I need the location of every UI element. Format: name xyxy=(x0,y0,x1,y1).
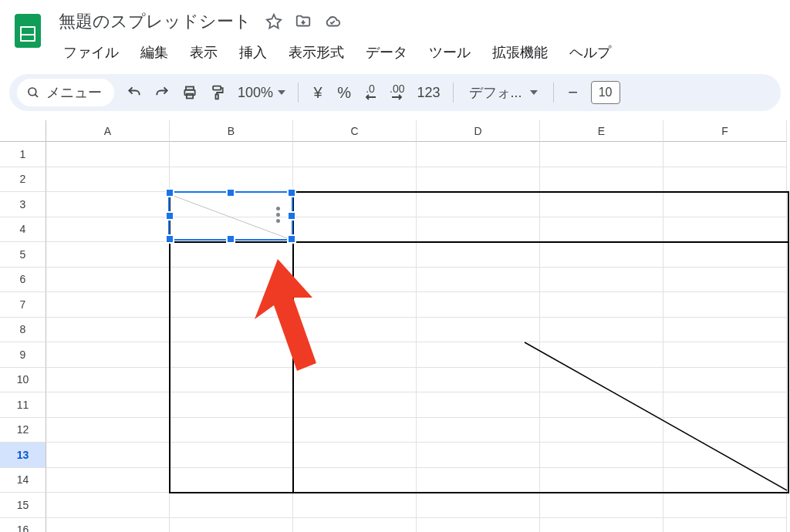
cell[interactable] xyxy=(293,468,417,493)
percent-button[interactable]: % xyxy=(333,79,356,106)
decrease-decimal-button[interactable]: .0 xyxy=(359,79,382,106)
resize-handle-s[interactable] xyxy=(226,234,235,244)
cell[interactable] xyxy=(46,292,170,318)
cell[interactable] xyxy=(293,318,417,343)
cell[interactable] xyxy=(663,368,787,393)
cell[interactable] xyxy=(170,468,293,493)
menu-file[interactable]: ファイル xyxy=(54,39,128,66)
cell[interactable] xyxy=(663,493,787,518)
cell[interactable] xyxy=(417,142,540,167)
spreadsheet-grid[interactable]: A B C D E F 12345678910111213141516 xyxy=(0,120,790,529)
number-format-button[interactable]: 123 xyxy=(413,79,445,106)
selected-drawing[interactable] xyxy=(168,191,293,241)
cell[interactable] xyxy=(46,368,170,393)
cell[interactable] xyxy=(540,268,663,293)
cell[interactable] xyxy=(293,167,417,193)
move-icon[interactable] xyxy=(295,13,312,30)
cell[interactable] xyxy=(663,468,787,493)
cells-area[interactable] xyxy=(46,142,790,532)
menu-extensions[interactable]: 拡張機能 xyxy=(483,39,557,66)
cell[interactable] xyxy=(663,142,787,167)
cell[interactable] xyxy=(540,392,663,418)
cell[interactable] xyxy=(663,242,787,268)
cell[interactable] xyxy=(170,418,293,443)
cell[interactable] xyxy=(293,217,417,243)
cell[interactable] xyxy=(540,318,663,343)
cell[interactable] xyxy=(540,468,663,493)
cell[interactable] xyxy=(170,493,293,518)
cell[interactable] xyxy=(293,392,417,418)
row-header-14[interactable]: 14 xyxy=(0,468,46,493)
cell[interactable] xyxy=(663,192,787,217)
cell[interactable] xyxy=(540,443,663,468)
cell[interactable] xyxy=(417,242,540,268)
row-header-6[interactable]: 6 xyxy=(0,268,46,293)
cell[interactable] xyxy=(46,192,170,217)
row-header-13[interactable]: 13 xyxy=(0,443,46,468)
decrease-font-size-button[interactable]: − xyxy=(562,79,585,106)
increase-decimal-button[interactable]: .00 xyxy=(385,79,409,106)
cell[interactable] xyxy=(540,192,663,217)
cell[interactable] xyxy=(46,318,170,343)
font-dropdown[interactable]: デフォ... xyxy=(461,79,545,106)
cell[interactable] xyxy=(663,518,787,533)
star-icon[interactable] xyxy=(265,13,282,30)
cell[interactable] xyxy=(417,217,540,243)
cell[interactable] xyxy=(293,268,417,293)
cell[interactable] xyxy=(663,268,787,293)
row-header-2[interactable]: 2 xyxy=(0,167,46,193)
cell[interactable] xyxy=(417,167,540,193)
row-header-15[interactable]: 15 xyxy=(0,493,46,518)
row-header-10[interactable]: 10 xyxy=(0,368,46,393)
cell[interactable] xyxy=(540,217,663,243)
cell[interactable] xyxy=(46,443,170,468)
undo-button[interactable] xyxy=(122,79,147,106)
cell[interactable] xyxy=(663,418,787,443)
cell[interactable] xyxy=(540,167,663,193)
menu-data[interactable]: データ xyxy=(356,39,417,66)
row-header-16[interactable]: 16 xyxy=(0,518,46,533)
cell[interactable] xyxy=(46,242,170,268)
resize-handle-sw[interactable] xyxy=(165,234,174,244)
zoom-dropdown[interactable]: 100% xyxy=(233,79,290,106)
paint-format-button[interactable] xyxy=(205,79,230,106)
cell[interactable] xyxy=(293,493,417,518)
cell[interactable] xyxy=(417,518,540,533)
row-header-3[interactable]: 3 xyxy=(0,192,46,217)
menu-edit[interactable]: 編集 xyxy=(131,39,177,66)
cell[interactable] xyxy=(46,268,170,293)
sheets-logo[interactable] xyxy=(12,11,43,51)
row-header-1[interactable]: 1 xyxy=(0,142,46,167)
row-header-11[interactable]: 11 xyxy=(0,392,46,418)
row-header-9[interactable]: 9 xyxy=(0,342,46,368)
cell[interactable] xyxy=(663,217,787,243)
resize-handle-e[interactable] xyxy=(287,211,296,221)
cell[interactable] xyxy=(293,418,417,443)
cell[interactable] xyxy=(417,292,540,318)
cell[interactable] xyxy=(540,142,663,167)
cell[interactable] xyxy=(46,217,170,243)
cell[interactable] xyxy=(46,493,170,518)
row-header-7[interactable]: 7 xyxy=(0,292,46,318)
col-header-D[interactable]: D xyxy=(417,120,540,142)
menu-search-pill[interactable]: メニュー xyxy=(17,79,114,106)
cell[interactable] xyxy=(663,167,787,193)
cell[interactable] xyxy=(170,443,293,468)
drawing-menu-icon[interactable] xyxy=(276,207,281,223)
menu-format[interactable]: 表示形式 xyxy=(279,39,353,66)
cell[interactable] xyxy=(663,392,787,418)
row-header-8[interactable]: 8 xyxy=(0,318,46,343)
cell[interactable] xyxy=(46,142,170,167)
col-header-C[interactable]: C xyxy=(293,120,417,142)
cell[interactable] xyxy=(293,292,417,318)
cell[interactable] xyxy=(417,268,540,293)
menu-help[interactable]: ヘルプ xyxy=(560,39,620,66)
cell[interactable] xyxy=(170,392,293,418)
cell[interactable] xyxy=(170,518,293,533)
cell[interactable] xyxy=(293,443,417,468)
cell[interactable] xyxy=(293,242,417,268)
print-button[interactable] xyxy=(177,79,202,106)
cell[interactable] xyxy=(170,242,293,268)
redo-button[interactable] xyxy=(150,79,174,106)
resize-handle-nw[interactable] xyxy=(165,188,174,197)
